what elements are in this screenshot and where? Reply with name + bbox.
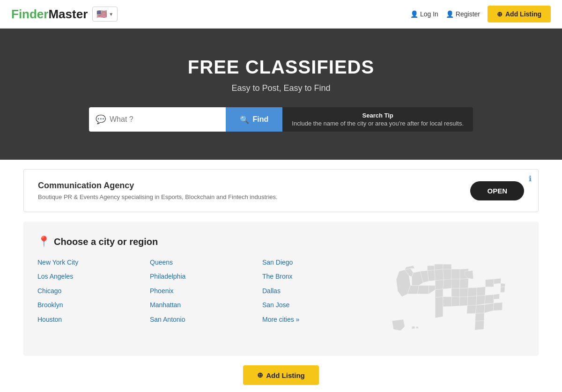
west-virginia-shape bbox=[476, 296, 485, 305]
new-york-shape bbox=[494, 278, 501, 284]
pin-icon: 📍 bbox=[37, 236, 50, 248]
city-region-section: 📍 Choose a city or region New York City … bbox=[23, 222, 539, 356]
logo-master: Master bbox=[48, 7, 88, 21]
hero-subtitle: Easy to Post, Easy to Find bbox=[9, 83, 553, 93]
virginia-shape bbox=[485, 295, 494, 304]
search-input-wrapper: 💬 bbox=[89, 107, 226, 132]
list-item[interactable]: Chicago bbox=[37, 286, 150, 296]
city-content: New York City Los Angeles Chicago Brookl… bbox=[37, 257, 525, 342]
montana-shape bbox=[435, 264, 443, 270]
texas-shape bbox=[435, 297, 443, 318]
more-cities-link[interactable]: More cities » bbox=[262, 314, 375, 325]
list-item[interactable]: Los Angeles bbox=[37, 271, 150, 281]
search-tip-text: Include the name of the city or area you… bbox=[292, 120, 464, 127]
us-map-container bbox=[384, 257, 525, 342]
city-columns: New York City Los Angeles Chicago Brookl… bbox=[37, 257, 375, 342]
search-icon: 🔍 bbox=[240, 115, 249, 124]
georgia-shape bbox=[475, 313, 484, 321]
list-item[interactable]: San Jose bbox=[262, 300, 375, 310]
find-button-label: Find bbox=[253, 115, 269, 124]
search-bar: 💬 🔍 Find Search Tip Include the name of … bbox=[89, 107, 473, 132]
nebraska-shape bbox=[443, 279, 452, 289]
arkansas-shape bbox=[451, 297, 460, 307]
us-map bbox=[386, 257, 522, 342]
florida-shape bbox=[475, 321, 484, 330]
list-item[interactable]: Dallas bbox=[262, 286, 375, 296]
south-carolina-shape bbox=[484, 303, 494, 313]
north-dakota-shape bbox=[443, 264, 451, 269]
hawaii2-shape bbox=[416, 326, 418, 329]
kentucky-shape bbox=[467, 296, 477, 305]
add-listing-footer-button[interactable]: ⊕ Add Listing bbox=[243, 365, 319, 385]
user-icon: 👤 bbox=[410, 10, 418, 18]
ad-description: Boutique PR & Events Agency specialising… bbox=[38, 193, 278, 200]
texas-n-shape bbox=[435, 289, 443, 297]
list-item[interactable]: New York City bbox=[37, 257, 150, 267]
iowa-shape bbox=[451, 279, 460, 288]
list-item[interactable]: Philadelphia bbox=[150, 271, 262, 281]
add-listing-footer-label: Add Listing bbox=[266, 371, 305, 379]
colorado-shape bbox=[428, 270, 436, 281]
list-item[interactable]: The Bronx bbox=[262, 271, 375, 281]
add-listing-label: Add Listing bbox=[505, 10, 541, 18]
list-item[interactable]: Queens bbox=[150, 257, 262, 267]
search-tip-title: Search Tip bbox=[292, 112, 464, 119]
chevron-down-icon: ▼ bbox=[109, 12, 113, 17]
header-right: 👤 Log In 👤 Register ⊕ Add Listing bbox=[410, 6, 551, 22]
language-selector[interactable]: 🇺🇸 ▼ bbox=[92, 7, 118, 22]
illinois-shape bbox=[459, 288, 468, 297]
indiana-shape bbox=[468, 288, 477, 297]
alaska-shape bbox=[392, 319, 405, 331]
register-link[interactable]: 👤 Register bbox=[446, 10, 480, 18]
pennsylvania-shape bbox=[485, 279, 494, 287]
list-item[interactable]: Manhattan bbox=[150, 300, 262, 310]
kansas-shape bbox=[435, 280, 444, 289]
city-heading-label: Choose a city or region bbox=[54, 237, 158, 247]
missouri-shape bbox=[451, 288, 460, 297]
new-england-shape bbox=[501, 283, 505, 287]
ad-banner: ℹ Communication Agency Boutique PR & Eve… bbox=[23, 169, 539, 212]
ohio-shape bbox=[477, 287, 486, 296]
idaho-shape bbox=[428, 266, 435, 271]
register-user-icon: 👤 bbox=[446, 10, 454, 18]
flag-icon: 🇺🇸 bbox=[96, 9, 107, 19]
login-label: Log In bbox=[420, 10, 438, 18]
south-dakota-shape bbox=[443, 269, 451, 280]
add-listing-footer: ⊕ Add Listing bbox=[14, 365, 548, 385]
mississippi-shape bbox=[459, 297, 467, 306]
list-item[interactable]: Houston bbox=[37, 314, 150, 325]
info-icon[interactable]: ℹ bbox=[529, 174, 532, 183]
search-input[interactable] bbox=[110, 109, 219, 130]
ad-title: Communication Agency bbox=[38, 181, 278, 191]
plus-icon-footer: ⊕ bbox=[257, 371, 263, 379]
chat-icon: 💬 bbox=[96, 114, 106, 125]
add-listing-button[interactable]: ⊕ Add Listing bbox=[488, 6, 551, 22]
louisiana-shape bbox=[443, 297, 451, 307]
list-item[interactable]: San Antonio bbox=[150, 314, 262, 325]
north-carolina-shape bbox=[493, 303, 503, 311]
wyoming-shape bbox=[435, 269, 444, 281]
list-item[interactable]: Phoenix bbox=[150, 286, 262, 296]
ad-open-button[interactable]: OPEN bbox=[470, 181, 524, 200]
list-item[interactable]: Brooklyn bbox=[37, 300, 150, 310]
list-item[interactable]: San Diego bbox=[262, 257, 375, 267]
search-tip: Search Tip Include the name of the city … bbox=[282, 107, 473, 132]
hero-title: FREE CLASSIFIEDS bbox=[9, 57, 553, 78]
wisconsin-shape bbox=[459, 278, 468, 288]
city-column-3: San Diego The Bronx Dallas San Jose More… bbox=[262, 257, 375, 342]
ad-open-label: OPEN bbox=[487, 187, 507, 195]
logo[interactable]: FinderMaster bbox=[11, 7, 88, 22]
register-label: Register bbox=[456, 10, 480, 18]
city-column-2: Queens Philadelphia Phoenix Manhattan Sa… bbox=[150, 257, 262, 342]
alabama-shape bbox=[467, 305, 476, 314]
new-mexico-shape bbox=[417, 285, 429, 294]
plus-icon: ⊕ bbox=[497, 10, 503, 18]
login-link[interactable]: 👤 Log In bbox=[410, 10, 438, 18]
logo-finder: Finder bbox=[11, 7, 48, 21]
city-section-heading: 📍 Choose a city or region bbox=[37, 236, 525, 248]
new-jersey-shape bbox=[500, 287, 505, 292]
hawaii-shape bbox=[412, 326, 415, 329]
find-button[interactable]: 🔍 Find bbox=[226, 107, 283, 132]
header-left: FinderMaster 🇺🇸 ▼ bbox=[11, 7, 118, 22]
city-column-1: New York City Los Angeles Chicago Brookl… bbox=[37, 257, 150, 342]
